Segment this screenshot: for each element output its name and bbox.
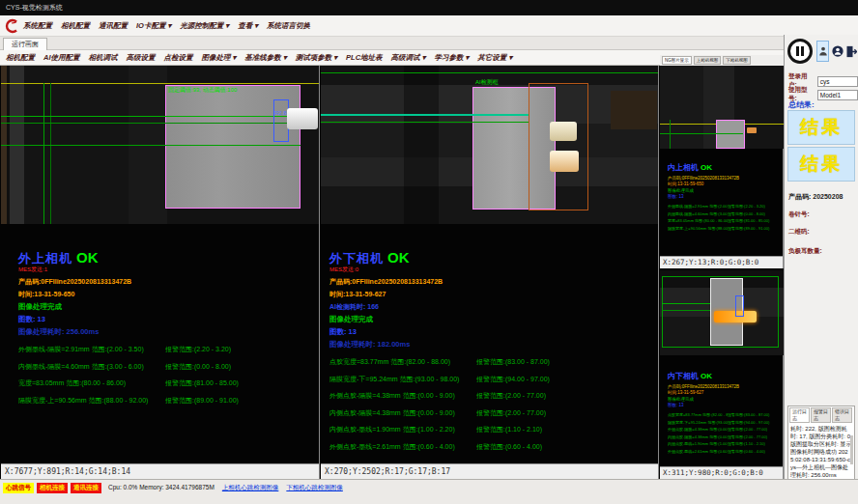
tool-camera-config[interactable]: 相机配置 bbox=[6, 53, 35, 63]
menu-light-config[interactable]: 光源控制配置 ▾ bbox=[180, 21, 229, 31]
overlay-roi-rect-pink bbox=[716, 120, 745, 149]
measure-value: 内侧墨线-隔膜=4.60mm 范围:(3.00 - 6.00) bbox=[668, 211, 728, 216]
camera-image-outer-top[interactable]: 固定阈值:93, 动态阈值:100 R2.88 bbox=[1, 66, 319, 224]
frame-count-label: 图数: 13 bbox=[18, 315, 311, 324]
camera-name-label: 外下相机 bbox=[329, 251, 384, 266]
camera-image-inner-bottom[interactable] bbox=[660, 270, 784, 355]
log-scrollbar[interactable] bbox=[850, 435, 853, 464]
log-box[interactable]: 运行日志 报警日志 错误日志 耗时: 222, 版图检测耗时: 17, 版图分类… bbox=[787, 406, 855, 489]
product-code-label: 产品码:0FFIline2025020813313472B bbox=[329, 277, 650, 287]
camera-view-outer-top[interactable]: 固定阈值:93, 动态阈值:100 R2.88 外上相机OK MES发送:1 产… bbox=[1, 66, 320, 479]
tool-camera-debug[interactable]: 相机调试 bbox=[89, 53, 118, 63]
alarm-range: 报警范围:(0.60 - 4.00) bbox=[476, 442, 542, 452]
window-titlebar: CYS-视觉检测系统 bbox=[0, 0, 858, 15]
result-ok-label: OK bbox=[701, 163, 712, 172]
alarm-range: 报警范围:(94.00 - 97.00) bbox=[476, 375, 550, 384]
tool-learning-params[interactable]: 学习参数 ▾ bbox=[434, 53, 469, 63]
tool-advanced-settings[interactable]: 高级设置 bbox=[127, 53, 156, 63]
measurement-rows: 点胶宽度=83.77mm 范围:(82.00 - 88.00)报警范围:(83.… bbox=[329, 357, 650, 452]
overlay-rect-blue bbox=[735, 295, 744, 317]
measurement-row: 宽度=83.05mm 范围:(80.00 - 86.00)报警范围:(81.00… bbox=[18, 378, 311, 388]
log-tab-run[interactable]: 运行日志 bbox=[789, 407, 810, 423]
measure-value: 隔膜宽度-下=95.24mm 范围:(93.00 - 98.00) bbox=[668, 420, 728, 425]
log-tab-alarm[interactable]: 报警日志 bbox=[811, 407, 831, 423]
overlay-threshold-label: 固定阈值:93, 动态阈值:100 bbox=[168, 86, 237, 95]
tool-advanced-debug[interactable]: 高级调试 ▾ bbox=[391, 53, 426, 63]
alarm-range: 报警范围:(89.00 - 91.00) bbox=[165, 396, 239, 406]
measure-value: 隔膜宽度-下=95.24mm 范围:(93.00 - 98.00) bbox=[329, 375, 476, 384]
cpu-memory-status: Cpu: 0.0% Memory: 3424.41796875M bbox=[108, 484, 214, 490]
qr-code-label: 二维码: bbox=[788, 228, 810, 237]
tab-top-camera-view[interactable]: 上相机视图 bbox=[694, 56, 722, 65]
top-camera-heartbeat-link[interactable]: 上相机心跳检测图像 bbox=[222, 484, 279, 492]
right-control-panel: 登录用户: cys 使用型号: Model1 总结果: 结果 结果 产品码: 2… bbox=[784, 35, 858, 479]
measurement-row: 隔膜宽度-下=95.24mm 范围:(93.00 - 98.00)报警范围:(9… bbox=[329, 375, 650, 384]
status-bar: 心跳信号 相机连接 通讯连接 Cpu: 0.0% Memory: 3424.41… bbox=[0, 479, 858, 504]
exit-button[interactable] bbox=[844, 41, 857, 62]
tab-bottom-camera-view[interactable]: 下相机视图 bbox=[723, 56, 751, 65]
time-label: 时间:13-31-59-627 bbox=[329, 290, 650, 299]
overlay-connector-tab-1 bbox=[550, 122, 577, 141]
menu-camera-config[interactable]: 相机配置 bbox=[61, 21, 90, 31]
log-tab-error[interactable]: 错误日志 bbox=[832, 407, 852, 423]
menu-view[interactable]: 查看 ▾ bbox=[238, 21, 258, 31]
camera-image-inner-top[interactable] bbox=[660, 66, 784, 149]
overlay-green-hline-3 bbox=[1, 145, 300, 146]
bottom-camera-heartbeat-link[interactable]: 下相机心跳检测图像 bbox=[286, 484, 343, 492]
overlay-ai-label: AI检测框 bbox=[475, 78, 499, 87]
measurement-rows: 外侧墨线-隔膜=2.91mm 范围:(2.00 - 3.50)报警范围:(2.2… bbox=[668, 204, 780, 231]
tool-other-settings[interactable]: 其它设置 ▾ bbox=[477, 53, 512, 63]
alarm-range: 报警范围:(1.10 - 2.10) bbox=[476, 425, 542, 434]
pause-button[interactable] bbox=[787, 39, 813, 64]
time-label: 时间:13-31-59-650 bbox=[18, 290, 311, 299]
product-code-label: 产品码:0FFIline2025020813313472B bbox=[668, 384, 780, 389]
camera-connection-badge: 相机连接 bbox=[37, 483, 68, 493]
small-views-tabbar: NG图片显示 上相机视图 下相机视图 bbox=[660, 55, 784, 66]
menu-comm-config[interactable]: 通讯配置 bbox=[99, 21, 128, 31]
model-value[interactable]: Model1 bbox=[817, 90, 858, 100]
results-block-inner-bottom: 内下相机OK 产品码:0FFIline2025020813313472B 时间:… bbox=[668, 365, 780, 457]
tab-ng-image[interactable]: NG图片显示 bbox=[662, 56, 692, 65]
measurement-row: 隔膜宽度-上=90.56mm 范围:(88.00 - 92.00)报警范围:(8… bbox=[18, 396, 311, 406]
measure-value: 内侧点胶-墨线=1.90mm 范围:(1.00 - 2.20) bbox=[329, 425, 476, 434]
app-window: CYS-视觉检测系统 系统配置 相机配置 通讯配置 IO卡配置 ▾ 光源控制配置… bbox=[0, 0, 858, 504]
user-icon bbox=[818, 45, 828, 57]
measurement-row: 点胶宽度=83.77mm 范围:(82.00 - 88.00)报警范围:(83.… bbox=[668, 412, 780, 417]
alarm-range: 报警范围:(0.00 - 8.00) bbox=[165, 362, 231, 372]
camera-view-outer-bottom[interactable]: AI检测框 外下相机OK MES发送:0 产品码:0FFIline2025020… bbox=[321, 66, 659, 479]
login-user-value[interactable]: cys bbox=[817, 76, 858, 87]
overlay-rect-orange bbox=[529, 83, 588, 210]
overlay-connector-tab bbox=[287, 108, 318, 129]
measure-value: 外侧点胶-墨线=2.61mm 范围:(0.60 - 4.00) bbox=[668, 449, 728, 454]
alarm-range: 报警范围:(2.00 - 77.00) bbox=[728, 427, 767, 432]
cursor-position-status: X:311;Y:980;R:0;G:0;B:0 bbox=[660, 466, 783, 479]
exit-door-icon bbox=[845, 45, 857, 58]
camera-name-label: 外上相机 bbox=[18, 251, 72, 266]
tool-test-item-params[interactable]: 测试项参数 ▾ bbox=[296, 53, 337, 63]
tool-spot-check[interactable]: 点检设置 bbox=[164, 53, 193, 63]
user-login-button[interactable] bbox=[816, 41, 829, 62]
tool-image-processing[interactable]: 图像处理 ▾ bbox=[202, 53, 237, 63]
camera-image-outer-bottom[interactable]: AI检测框 bbox=[321, 66, 658, 224]
result-ok-label: OK bbox=[701, 372, 712, 380]
measurement-row: 隔膜宽度-下=95.24mm 范围:(93.00 - 98.00)报警范围:(9… bbox=[668, 420, 780, 425]
measurement-row: 内侧点胶-墨线=1.90mm 范围:(1.00 - 2.20)报警范围:(1.1… bbox=[329, 425, 650, 434]
app-logo-icon bbox=[4, 18, 19, 34]
menu-io-config[interactable]: IO卡配置 ▾ bbox=[136, 21, 171, 31]
result-display-2: 结果 bbox=[787, 147, 855, 182]
menu-system-config[interactable]: 系统配置 bbox=[23, 21, 52, 31]
measure-value: 内侧点胶-墨线=1.90mm 范围:(1.00 - 2.20) bbox=[668, 441, 728, 446]
measure-value: 宽度=83.05mm 范围:(80.00 - 86.00) bbox=[18, 378, 165, 388]
user-account-button[interactable] bbox=[831, 41, 844, 62]
tab-run-screen[interactable]: 运行画面 bbox=[3, 38, 47, 51]
measurement-row: 宽度=83.05mm 范围:(80.00 - 86.00)报警范围:(81.00… bbox=[668, 218, 780, 223]
menu-language-switch[interactable]: 系统语言切换 bbox=[267, 21, 310, 31]
alarm-range: 报警范围:(2.00 - 77.00) bbox=[476, 408, 546, 418]
alarm-range: 报警范围:(94.00 - 97.00) bbox=[728, 420, 769, 425]
tool-plc-address-table[interactable]: PLC地址表 bbox=[346, 53, 383, 63]
control-buttons-row bbox=[787, 39, 856, 68]
camera-view-inner-bottom[interactable]: 内下相机OK 产品码:0FFIline2025020813313472B 时间:… bbox=[660, 270, 784, 479]
tool-ai-usage-config[interactable]: AI使用配置 bbox=[43, 53, 80, 63]
camera-view-inner-top[interactable]: 内上相机OK 产品码:0FFIline2025020813313472B 时间:… bbox=[660, 66, 784, 268]
tool-baseline-params[interactable]: 基准线参数 ▾ bbox=[244, 53, 286, 63]
